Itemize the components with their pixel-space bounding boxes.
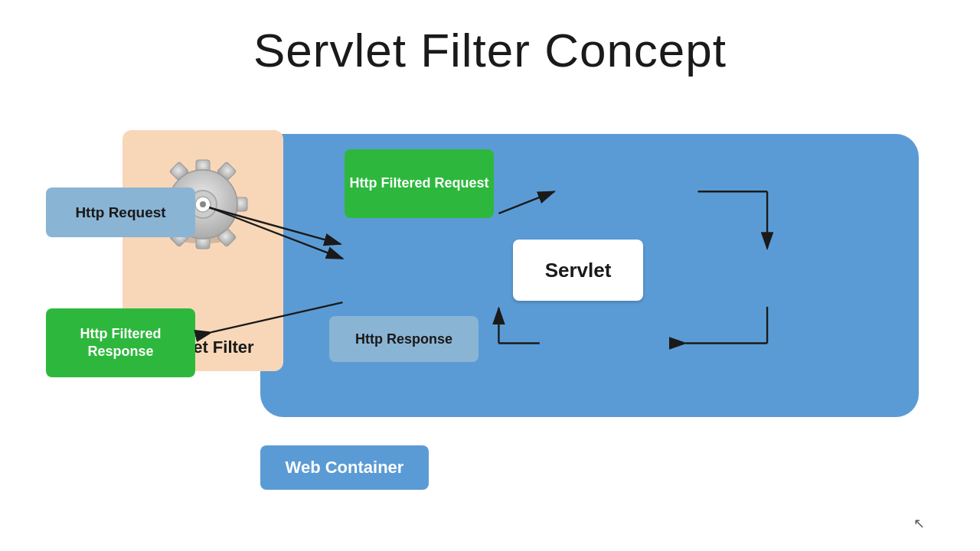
page-title: Servlet Filter Concept bbox=[0, 0, 980, 77]
svg-point-12 bbox=[200, 201, 206, 207]
http-request-label: Http Request bbox=[75, 204, 165, 221]
cursor: ↖ bbox=[913, 515, 923, 524]
web-container-label-box: Web Container bbox=[260, 445, 429, 490]
servlet-box: Servlet bbox=[513, 240, 643, 301]
http-filtered-request-label: Http Filtered Request bbox=[349, 174, 488, 192]
http-request-box: Http Request bbox=[46, 187, 195, 237]
web-container-label: Web Container bbox=[286, 458, 404, 478]
http-filtered-response-box: Http Filtered Response bbox=[46, 308, 195, 377]
http-filtered-request-box: Http Filtered Request bbox=[345, 149, 494, 218]
servlet-label: Servlet bbox=[545, 259, 612, 282]
http-response-box: Http Response bbox=[329, 316, 479, 362]
diagram-area: Servlet Filter Http Filtered Request Ser… bbox=[46, 119, 934, 505]
http-filtered-response-label: Http Filtered Response bbox=[46, 325, 195, 361]
http-response-label: Http Response bbox=[355, 331, 452, 347]
